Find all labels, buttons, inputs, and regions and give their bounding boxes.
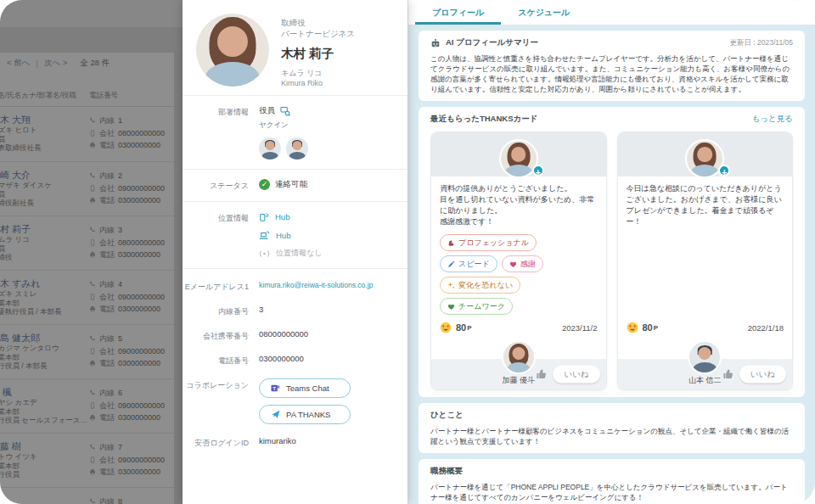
phone-label: 電話番号: [183, 354, 259, 367]
thanks-card-footer: 山本 信二 いいね: [618, 359, 793, 389]
pa-thanks-label: PA THANKS: [286, 410, 330, 419]
detail-scroll-area: AI プロフィールサマリー 更新日 : 2023/11/05 この人物は、協調性…: [408, 25, 815, 504]
thanks-card[interactable]: 今日は急な相談にのっていただきありがとうございました。おかげさまで、お客様に良い…: [617, 132, 794, 390]
phone-value: 0300000000: [259, 354, 399, 367]
status-row: ステータス 連絡可能: [183, 170, 408, 201]
department-kana: ヤクイン: [259, 120, 399, 131]
pa-thanks-button[interactable]: PA THANKS: [259, 405, 351, 424]
location-hub-link[interactable]: Hub: [276, 231, 290, 240]
star-struck-emoji-icon: [627, 322, 638, 333]
thumbs-up-icon[interactable]: [722, 369, 734, 380]
tab-schedule[interactable]: スケジュール: [501, 0, 587, 25]
robot-icon: [430, 38, 441, 48]
location-hub-link[interactable]: Hub: [275, 212, 289, 221]
extension-label: 内線番号: [183, 305, 259, 317]
profile-kana: キムラ リコ: [281, 68, 355, 78]
phone-wifi-icon: [259, 211, 269, 222]
tab-bar: プロフィール スケジュール: [408, 0, 815, 25]
email-link[interactable]: kimura.riko@reiwa-it-solutions.co.jp: [259, 281, 373, 289]
app-window: < 前へ | 次へ > 全 28 件 氏名/氏名カナ/部署名/役職 電話番号 鈴…: [0, 0, 815, 504]
company-mobile-label: 会社携帯番号: [183, 329, 259, 342]
thanks-tag: 変化を恐れない: [440, 277, 520, 294]
status-available-icon: [259, 179, 270, 190]
profile-name: 木村 莉子: [281, 46, 355, 62]
plus-badge-icon: [718, 165, 730, 176]
tab-profile[interactable]: プロフィール: [415, 0, 501, 25]
member-avatar[interactable]: [286, 137, 308, 160]
company-mobile-value: 08000000000: [259, 329, 399, 342]
teams-chat-label: Teams Chat: [286, 384, 329, 393]
job-summary-card: 職務概要 パートナー様を通じて「PHONE APPLI PEOPLE」を中心とし…: [419, 459, 805, 504]
hitokoto-card: ひとこと パートナー様とパートナー様顧客のビジネスをコミュニケーションの観点、そ…: [419, 403, 805, 453]
paper-plane-icon: [271, 410, 280, 419]
safety-login-label: 安否ログインID: [183, 436, 259, 449]
job-summary-title: 職務概要: [430, 466, 793, 477]
heart-icon: [509, 260, 517, 268]
location-label: 位置情報: [183, 211, 259, 259]
sparkles-icon: [447, 282, 455, 289]
department-value: 役員: [259, 105, 275, 116]
extension-value: 3: [259, 305, 399, 317]
contact-info-block: Eメールアドレス1 kimura.riko@reiwa-it-solutions…: [183, 269, 408, 455]
department-row: 部署情報 役員 ヤクイン: [183, 96, 408, 169]
thumbs-up-icon[interactable]: [536, 369, 547, 380]
thanks-card-section: 最近もらったTHANKSカード もっと見る 資料の提供ありがとうございました。 …: [419, 107, 805, 397]
thanks-points: 80: [643, 322, 653, 333]
hitokoto-body: パートナー様とパートナー様顧客のビジネスをコミュニケーションの観点、そして企業・…: [430, 426, 793, 446]
job-summary-body: パートナー様を通じて「PHONE APPLI PEOPLE」を中心としたクラウド…: [430, 482, 793, 502]
thanks-tag: チームワーク: [440, 298, 513, 315]
profile-detail-panel: プロフィール スケジュール AI プロフィールサマリー 更新日 : 2023/1…: [408, 0, 815, 504]
like-button[interactable]: いいね: [553, 366, 599, 384]
thanks-card[interactable]: 資料の提供ありがとうございました。 目を通し切れていない資料が多いため、非常に助…: [430, 132, 607, 390]
thanks-card-header: [431, 132, 606, 176]
thanks-points-unit: P: [654, 324, 658, 332]
member-avatar[interactable]: [259, 137, 281, 160]
rocket-icon: [447, 260, 455, 268]
thanks-tag: スピード: [440, 255, 497, 272]
location-row: 位置情報 Hub Hub 位置情報なし: [183, 202, 408, 268]
collaboration-label: コラボレーション: [183, 378, 259, 424]
thanks-date: 2023/11/2: [562, 323, 598, 333]
thanks-section-title: 最近もらったTHANKSカード: [430, 114, 537, 125]
thanks-card-footer: 加藤 優斗 いいね: [431, 359, 606, 389]
profile-romaji: Kimura Riko: [281, 78, 355, 88]
profile-division: パートナービジネス: [281, 28, 355, 39]
thanks-message: 資料の提供ありがとうございました。 目を通し切れていない資料が多いため、非常に助…: [440, 183, 598, 227]
profile-photo: [196, 14, 269, 87]
thanks-tag: プロフェッショナル: [440, 234, 537, 251]
laptop-wifi-icon: [259, 230, 270, 240]
ai-summary-card: AI プロフィールサマリー 更新日 : 2023/11/05 この人物は、協調性…: [419, 31, 805, 101]
teams-icon: T: [271, 384, 280, 393]
status-label: ステータス: [183, 179, 259, 192]
giver-avatar: [502, 340, 536, 374]
profile-role: 取締役: [281, 17, 355, 28]
giver-avatar: [688, 340, 722, 374]
profile-panel: 取締役 パートナービジネス 木村 莉子 キムラ リコ Kimura Riko 部…: [183, 0, 408, 504]
thanks-points: 80: [456, 322, 466, 333]
svg-text:T: T: [273, 386, 276, 391]
org-chart-search-icon[interactable]: [280, 106, 290, 116]
dim-overlay: [0, 0, 183, 504]
contact-list-panel: < 前へ | 次へ > 全 28 件 氏名/氏名カナ/部署名/役職 電話番号 鈴…: [0, 0, 183, 504]
thanks-points-unit: P: [467, 324, 471, 332]
plus-badge-icon: [532, 165, 544, 176]
hitokoto-title: ひとこと: [430, 410, 793, 421]
muscle-icon: [447, 239, 455, 247]
no-signal-icon: [259, 249, 270, 258]
thanks-more-link[interactable]: もっと見る: [752, 114, 793, 125]
department-label: 部署情報: [183, 105, 259, 160]
ai-summary-updated: 更新日 : 2023/11/05: [730, 38, 794, 48]
thanks-message: 今日は急な相談にのっていただきありがとうございました。おかげさまで、お客様に良い…: [627, 183, 784, 227]
safety-login-value: kimurariko: [259, 436, 399, 449]
thanks-tags: プロフェッショナルスピード感謝変化を恐れないチームワーク: [440, 234, 598, 315]
ai-summary-title: AI プロフィールサマリー: [446, 37, 538, 48]
thanks-card-header: [618, 132, 793, 176]
ai-summary-body: この人物は、協調性と慎重さを持ち合わせたチームプレイヤーです。分析力を活かして、…: [430, 53, 793, 94]
thanks-tag: 感謝: [502, 255, 543, 272]
thanks-date: 2022/1/18: [748, 323, 784, 333]
status-value: 連絡可能: [275, 179, 307, 190]
profile-header: 取締役 パートナービジネス 木村 莉子 キムラ リコ Kimura Riko: [183, 0, 408, 95]
like-button[interactable]: いいね: [739, 366, 786, 384]
teams-chat-button[interactable]: T Teams Chat: [259, 378, 351, 398]
email-label: Eメールアドレス1: [183, 280, 259, 293]
